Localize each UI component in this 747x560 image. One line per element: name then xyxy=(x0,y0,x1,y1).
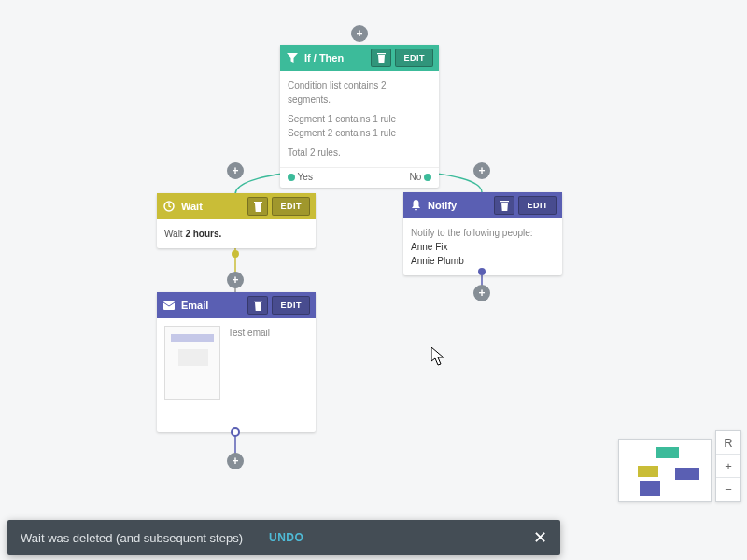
no-branch-label: No xyxy=(409,172,431,182)
node-wait[interactable]: Wait EDIT Wait 2 hours. xyxy=(157,193,316,248)
total-rules: Total 2 rules. xyxy=(288,146,431,160)
node-title: If / Then xyxy=(304,52,371,63)
node-if-then[interactable]: If / Then EDIT Condition list contains 2… xyxy=(280,45,439,188)
notify-intro: Notify to the following people: xyxy=(411,226,555,240)
wait-description: Wait 2 hours. xyxy=(164,229,221,239)
add-step-after-email[interactable]: + xyxy=(227,453,244,469)
clock-icon xyxy=(162,200,176,213)
condition-summary: Condition list contains 2 segments. xyxy=(288,78,431,106)
add-step-after-wait[interactable]: + xyxy=(227,272,244,288)
minimap[interactable] xyxy=(618,439,712,502)
cursor-icon xyxy=(431,347,446,366)
node-title: Wait xyxy=(181,201,247,212)
add-step-left-branch[interactable]: + xyxy=(227,162,244,179)
notify-out-port xyxy=(478,268,486,275)
notify-person-1: Anne Fix xyxy=(411,240,555,254)
add-step-after-notify[interactable]: + xyxy=(473,285,490,301)
edit-button[interactable]: EDIT xyxy=(395,49,433,67)
segment-1-info: Segment 1 contains 1 rule xyxy=(288,112,431,126)
add-step-top[interactable]: + xyxy=(351,25,368,42)
filter-icon xyxy=(286,51,299,64)
zoom-controls: R + − xyxy=(715,430,741,502)
zoom-reset-button[interactable]: R xyxy=(716,431,740,455)
undo-button[interactable]: UNDO xyxy=(269,531,303,544)
edit-button[interactable]: EDIT xyxy=(272,296,310,315)
mail-icon xyxy=(162,299,176,312)
edit-button[interactable]: EDIT xyxy=(518,196,557,215)
notify-person-2: Annie Plumb xyxy=(411,254,555,268)
zoom-in-button[interactable]: + xyxy=(716,455,740,478)
email-subject: Test email xyxy=(228,326,270,400)
wait-out-port xyxy=(232,250,239,258)
zoom-out-button[interactable]: − xyxy=(716,478,740,501)
node-title: Notify xyxy=(428,200,494,211)
delete-button[interactable] xyxy=(494,196,514,215)
close-icon[interactable]: ✕ xyxy=(533,527,547,548)
delete-button[interactable] xyxy=(247,197,268,216)
email-thumbnail xyxy=(164,326,220,400)
add-step-right-branch[interactable]: + xyxy=(473,162,490,179)
segment-2-info: Segment 2 contains 1 rule xyxy=(288,126,431,140)
node-title: Email xyxy=(181,300,247,311)
undo-toast: Wait was deleted (and subsequent steps) … xyxy=(7,520,560,555)
node-notify[interactable]: Notify EDIT Notify to the following peop… xyxy=(403,192,562,275)
bell-icon xyxy=(409,199,422,212)
node-email[interactable]: Email EDIT Test email xyxy=(157,292,316,432)
delete-button[interactable] xyxy=(371,49,391,67)
edit-button[interactable]: EDIT xyxy=(272,197,310,216)
delete-button[interactable] xyxy=(247,296,268,315)
yes-branch-label: Yes xyxy=(288,172,313,182)
email-out-port xyxy=(231,427,240,437)
toast-message: Wait was deleted (and subsequent steps) xyxy=(21,531,243,545)
